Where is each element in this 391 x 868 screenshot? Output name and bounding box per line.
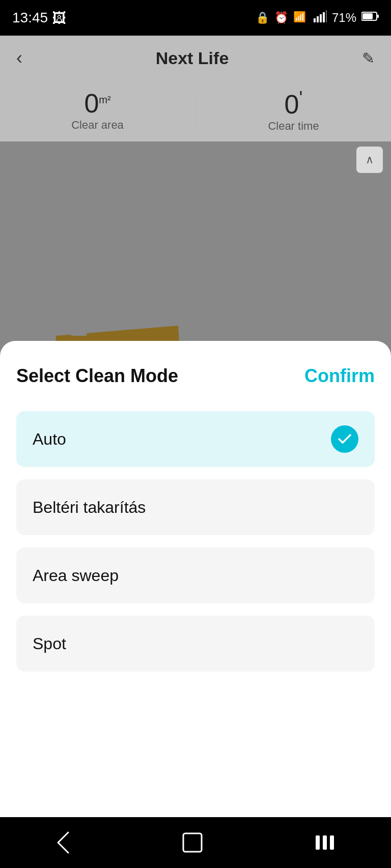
nav-back-button[interactable] xyxy=(46,822,80,863)
battery-label: 71% xyxy=(332,11,356,25)
mode-label-auto: Auto xyxy=(33,430,66,449)
status-time: 13:45 🖼 xyxy=(12,10,66,26)
signal-icon xyxy=(314,10,327,25)
svg-rect-4 xyxy=(323,12,325,22)
mode-label-spot: Spot xyxy=(33,634,66,653)
clock-label: 13:45 xyxy=(12,10,48,26)
clear-area-value: 0m² xyxy=(84,90,110,117)
svg-rect-19 xyxy=(323,835,327,850)
clear-time-value: 0' xyxy=(285,89,303,118)
mode-item-spot[interactable]: Spot xyxy=(16,616,375,672)
clear-area-label: Clear area xyxy=(71,119,124,132)
nav-bar xyxy=(0,817,391,868)
svg-rect-2 xyxy=(317,16,319,22)
collapse-button[interactable]: ∧ xyxy=(356,147,383,173)
svg-rect-17 xyxy=(183,833,202,852)
status-bar: 13:45 🖼 🔒 ⏰ 📶 71% xyxy=(0,0,391,36)
svg-rect-3 xyxy=(320,14,322,22)
mode-list: Auto Beltéri takarítás Area sweep Spot xyxy=(16,411,375,672)
collapse-icon: ∧ xyxy=(366,153,374,166)
clear-time-stat: 0' Clear time xyxy=(196,89,391,133)
wifi-icon: 📶 xyxy=(293,10,309,25)
nav-menu-button[interactable] xyxy=(304,825,345,860)
nav-home-button[interactable] xyxy=(172,822,213,863)
alarm-icon: ⏰ xyxy=(274,11,288,24)
svg-rect-1 xyxy=(314,18,316,22)
svg-rect-7 xyxy=(377,15,379,18)
mode-label-area-sweep: Area sweep xyxy=(33,566,119,585)
edit-button[interactable]: ✎ xyxy=(362,49,375,67)
svg-rect-10 xyxy=(71,326,87,336)
sheet-title: Select Clean Mode xyxy=(16,365,178,387)
mode-item-area-sweep[interactable]: Area sweep xyxy=(16,547,375,603)
mode-label-belteri: Beltéri takarítás xyxy=(33,498,146,517)
photo-icon: 🖼 xyxy=(52,10,66,26)
sheet-header: Select Clean Mode Confirm xyxy=(16,365,375,387)
svg-text:📶: 📶 xyxy=(293,11,306,22)
svg-rect-5 xyxy=(326,10,327,22)
back-button[interactable]: ‹ xyxy=(16,47,22,69)
clear-area-stat: 0m² Clear area xyxy=(0,90,195,132)
confirm-button[interactable]: Confirm xyxy=(304,365,375,387)
mode-item-auto[interactable]: Auto xyxy=(16,411,375,467)
svg-rect-18 xyxy=(316,835,320,850)
lock-icon: 🔒 xyxy=(256,11,269,24)
status-icons: 🔒 ⏰ 📶 71% xyxy=(256,10,379,25)
svg-rect-20 xyxy=(330,835,334,850)
page-title: Next Life xyxy=(156,48,229,68)
battery-icon xyxy=(361,11,379,25)
top-navigation: ‹ Next Life ✎ xyxy=(0,36,391,80)
svg-rect-11 xyxy=(102,323,112,331)
mode-item-belteri[interactable]: Beltéri takarítás xyxy=(16,479,375,535)
bottom-sheet: Select Clean Mode Confirm Auto Beltéri t… xyxy=(0,341,391,817)
stats-row: 0m² Clear area 0' Clear time xyxy=(0,80,391,141)
svg-rect-8 xyxy=(362,13,373,19)
clear-time-label: Clear time xyxy=(268,120,319,133)
mode-check-auto xyxy=(331,425,358,453)
